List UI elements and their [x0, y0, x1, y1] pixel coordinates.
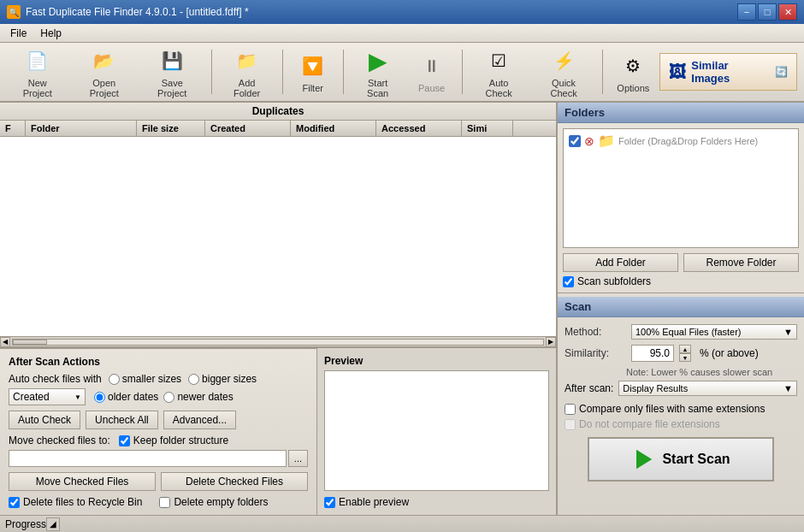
quick-check-icon: ⚡ — [548, 45, 579, 76]
col-f[interactable]: F — [0, 121, 26, 136]
minimize-button[interactable]: − — [737, 3, 756, 21]
delete-empty-check[interactable]: Delete empty folders — [159, 496, 268, 508]
after-scan-title: After Scan Actions — [9, 356, 308, 368]
open-project-button[interactable]: 📂 Open Project — [72, 41, 137, 103]
toolbar: 📄 New Project 📂 Open Project 💾 Save Proj… — [0, 43, 804, 103]
uncheck-all-button[interactable]: Uncheck All — [86, 411, 158, 429]
similarity-up-btn[interactable]: ▲ — [679, 345, 691, 353]
quick-check-button[interactable]: ⚡ Quick Check — [532, 41, 596, 103]
similarity-input[interactable] — [631, 345, 674, 362]
add-folder-panel-button[interactable]: Add Folder — [563, 253, 678, 272]
scroll-right-btn[interactable]: ▶ — [546, 337, 556, 347]
remove-folder-button[interactable]: Remove Folder — [683, 253, 799, 272]
add-folder-label: Add Folder — [225, 78, 269, 98]
scroll-left-btn[interactable]: ◀ — [0, 337, 10, 347]
col-filesize[interactable]: File size — [137, 121, 205, 136]
newer-dates-option[interactable]: newer dates — [163, 391, 233, 403]
quick-check-label: Quick Check — [538, 78, 590, 98]
table-body — [0, 137, 556, 336]
preview-title: Preview — [324, 355, 549, 367]
new-project-button[interactable]: 📄 New Project — [7, 41, 68, 103]
new-project-icon: 📄 — [22, 45, 53, 76]
auto-check-button[interactable]: ☑ Auto Check — [470, 41, 529, 103]
col-folder[interactable]: Folder — [26, 121, 137, 136]
title-bar: 🔍 Fast Duplicate File Finder 4.9.0.1 - [… — [0, 0, 804, 24]
older-dates-option[interactable]: older dates — [94, 391, 158, 403]
pause-icon: ⏸ — [417, 50, 447, 81]
scan-subfolders-check[interactable]: Scan subfolders — [563, 275, 799, 287]
pause-label: Pause — [418, 83, 445, 93]
table-header: F Folder File size Created Modified Acce… — [0, 121, 556, 137]
open-project-label: Open Project — [78, 78, 131, 98]
folder-path: Folder (Drag&Drop Folders Here) — [618, 136, 758, 146]
start-scan-label: Start Scan — [357, 78, 399, 98]
open-project-icon: 📂 — [89, 45, 120, 76]
compare-extensions-label: Compare only files with same extensions — [579, 403, 765, 415]
similar-images-label: Similar Images — [691, 59, 766, 85]
horizontal-scrollbar[interactable]: ◀ ▶ — [0, 336, 556, 346]
similarity-label: Similarity: — [565, 347, 626, 359]
folders-section-title: Folders — [558, 103, 804, 123]
similar-images-arrow-icon: 🔄 — [775, 66, 788, 78]
separator-2 — [282, 50, 283, 94]
folder-list: ⊗ 📁 Folder (Drag&Drop Folders Here) — [563, 128, 799, 248]
after-scan-label: After scan: — [565, 382, 613, 394]
method-select[interactable]: 100% Equal Files (faster) ▼ — [631, 324, 797, 340]
advanced-button[interactable]: Advanced... — [163, 411, 236, 429]
menu-help[interactable]: Help — [33, 26, 68, 41]
menu-file[interactable]: File — [3, 26, 33, 41]
col-simi[interactable]: Simi — [462, 121, 513, 136]
status-resize-icon[interactable]: ◢ — [46, 517, 60, 531]
start-scan-panel-label: Start Scan — [662, 452, 730, 467]
new-project-label: New Project — [13, 78, 62, 98]
col-modified[interactable]: Modified — [291, 121, 376, 136]
delete-checked-files-button[interactable]: Delete Checked Files — [161, 472, 308, 491]
folder-item[interactable]: ⊗ 📁 Folder (Drag&Drop Folders Here) — [564, 129, 798, 152]
start-scan-icon: ▶ — [363, 45, 393, 76]
title-bar-text: Fast Duplicate File Finder 4.9.0.1 - [un… — [26, 6, 249, 18]
delete-recycle-check[interactable]: Delete files to Recycle Bin — [9, 496, 142, 508]
folder-checkbox[interactable] — [569, 135, 581, 147]
filter-button[interactable]: 🔽 Filter — [290, 46, 336, 98]
scan-section-title: Scan — [558, 297, 804, 317]
auto-check-action-button[interactable]: Auto Check — [9, 411, 80, 429]
start-scan-panel-button[interactable]: Start Scan — [588, 437, 774, 482]
scrollbar-thumb[interactable] — [13, 340, 47, 345]
auto-check-icon: ☑ — [483, 45, 514, 76]
col-accessed[interactable]: Accessed — [376, 121, 462, 136]
status-text: Progress — [5, 518, 46, 530]
filter-label: Filter — [303, 83, 323, 93]
options-button[interactable]: ⚙ Options — [610, 46, 656, 98]
maximize-button[interactable]: □ — [758, 3, 777, 21]
created-select-arrow-icon: ▼ — [74, 393, 81, 401]
col-created[interactable]: Created — [205, 121, 291, 136]
separator-3 — [343, 50, 344, 94]
app-icon: 🔍 — [7, 5, 21, 19]
auto-check-label: Auto Check — [476, 78, 523, 98]
enable-preview-check[interactable]: Enable preview — [324, 496, 549, 508]
move-path-input[interactable] — [9, 450, 287, 467]
similar-images-button[interactable]: 🖼 Similar Images 🔄 — [659, 53, 797, 91]
after-scan-select[interactable]: Display Results ▼ — [618, 381, 797, 396]
created-select[interactable]: Created ▼ — [9, 388, 86, 405]
close-button[interactable]: ✕ — [778, 3, 797, 21]
options-label: Options — [617, 83, 649, 93]
compare-extensions-check[interactable] — [565, 404, 576, 415]
add-folder-button[interactable]: 📁 Add Folder — [219, 41, 275, 103]
no-compare-extensions-check[interactable] — [565, 419, 576, 430]
scrollbar-track[interactable] — [12, 339, 544, 346]
keep-folder-structure-check[interactable]: Keep folder structure — [119, 434, 228, 446]
save-project-label: Save Project — [146, 78, 198, 98]
separator-4 — [462, 50, 463, 94]
pause-button[interactable]: ⏸ Pause — [409, 46, 455, 98]
save-project-button[interactable]: 💾 Save Project — [140, 41, 204, 103]
move-checked-files-button[interactable]: Move Checked Files — [9, 472, 156, 491]
similarity-down-btn[interactable]: ▼ — [679, 353, 691, 362]
toolbar-start-scan-button[interactable]: ▶ Start Scan — [351, 41, 405, 103]
scan-note: Note: Lower % causes slower scan — [626, 367, 797, 377]
bigger-sizes-option[interactable]: bigger sizes — [188, 373, 257, 385]
browse-button[interactable]: ... — [288, 450, 308, 467]
similarity-spinners: ▲ ▼ — [679, 345, 691, 362]
smaller-sizes-option[interactable]: smaller sizes — [109, 373, 181, 385]
add-folder-icon: 📁 — [232, 45, 263, 76]
